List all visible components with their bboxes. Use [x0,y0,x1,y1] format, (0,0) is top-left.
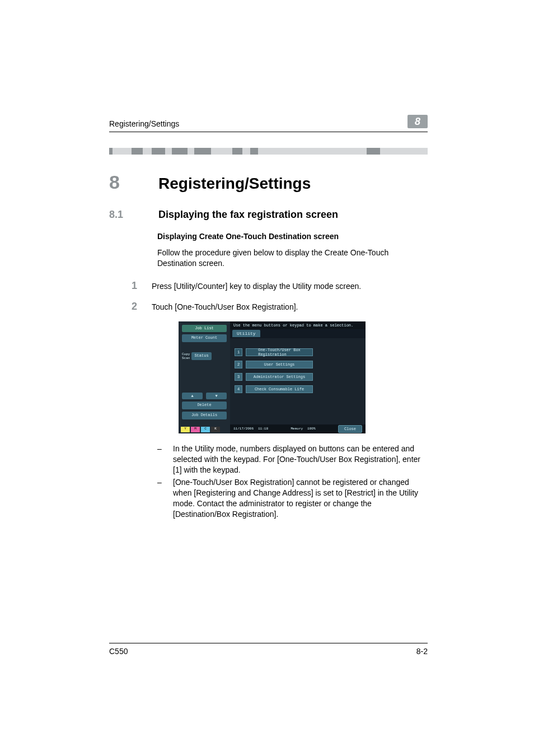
toner-m-icon: M [191,427,200,432]
menu-item-number: 4 [235,385,242,393]
job-list-button[interactable]: Job List [182,325,227,333]
step-text: Touch [One-Touch/User Box Registration]. [152,301,298,312]
chapter-badge: 8 [407,115,428,128]
delete-button[interactable]: Delete [182,402,227,409]
intro-paragraph: Follow the procedure given below to disp… [157,248,428,269]
running-head-text: Registering/Settings [109,119,179,128]
panel-left-column: Job List Meter Count CopyScan Status ▲ ▼… [179,321,230,433]
bullet-item: – In the Utility mode, numbers displayed… [157,444,428,475]
panel-time: 11:18 [258,427,268,431]
meter-count-button[interactable]: Meter Count [182,334,227,342]
scroll-up-button[interactable]: ▲ [182,393,203,399]
h1-number: 8 [109,171,128,193]
toner-y-icon: Y [181,427,190,432]
decorative-dash-bar [109,148,428,155]
bullet-text: [One-Touch/User Box Registration] cannot… [173,477,428,520]
menu-item-4[interactable]: 4 Check Consumable Life [235,385,361,393]
h1-title: Registering/Settings [158,175,311,193]
menu-item-2[interactable]: 2 User Settings [235,361,361,368]
h2-title: Displaying the fax registration screen [158,209,338,221]
menu-item-label: One-Touch/User Box Registration [246,348,313,356]
dash-icon: – [157,477,164,520]
status-row: CopyScan Status [182,352,227,360]
scroll-down-button[interactable]: ▼ [206,393,227,399]
job-details-button[interactable]: Job Details [182,412,227,419]
subheading: Displaying Create One-Touch Destination … [157,232,428,241]
h2-number: 8.1 [109,209,128,221]
toner-c-icon: C [201,427,210,432]
panel-date: 11/17/2006 [233,427,254,431]
footer-page: 8-2 [416,647,428,656]
header-rule [109,132,428,132]
step-number: 1 [132,280,139,292]
toner-k-icon: K [211,427,220,432]
toner-indicators: Y M C K [181,427,220,432]
status-icon-label: CopyScan [182,352,190,360]
footer-model: C550 [109,647,128,656]
menu-item-label: Administrator Settings [246,373,313,381]
menu-item-number: 3 [235,373,242,381]
utility-tab[interactable]: Utility [232,330,260,337]
menu-item-number: 2 [235,361,242,368]
menu-item-3[interactable]: 3 Administrator Settings [235,373,361,381]
menu-item-label: Check Consumable Life [246,385,313,393]
panel-memory-value: 100% [307,427,315,431]
panel-top-message: Use the menu buttons or keypad to make a… [230,321,366,329]
menu-item-number: 1 [235,348,242,356]
status-button[interactable]: Status [191,352,211,360]
close-button[interactable]: Close [338,425,362,433]
bullet-text: In the Utility mode, numbers displayed o… [173,444,428,475]
step-text: Press [Utility/Counter] key to display t… [152,280,361,292]
bullet-item: – [One-Touch/User Box Registration] cann… [157,477,428,520]
footer-rule [109,643,428,643]
panel-right-column: Use the menu buttons or keypad to make a… [230,321,366,433]
menu-item-label: User Settings [246,361,313,368]
step-number: 2 [132,301,139,312]
panel-memory-label: Memory [291,427,303,431]
device-panel: Job List Meter Count CopyScan Status ▲ ▼… [179,321,366,433]
menu-item-1[interactable]: 1 One-Touch/User Box Registration [235,348,361,356]
dash-icon: – [157,444,164,475]
